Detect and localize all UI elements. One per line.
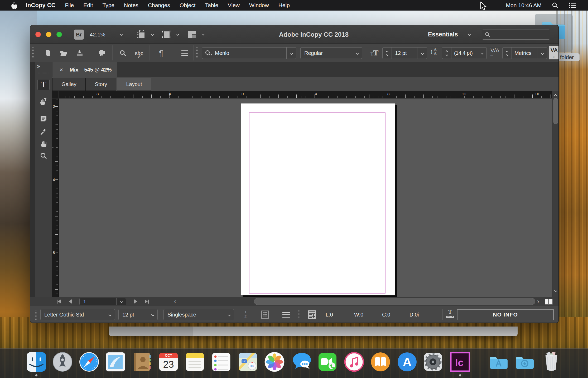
pasteboard[interactable] (59, 98, 552, 297)
bridge-button[interactable]: Br (74, 30, 84, 40)
dock-notes[interactable] (184, 351, 206, 373)
scroll-right-icon[interactable]: › (537, 298, 539, 305)
tracking-icon[interactable]: VA ↔ (549, 46, 559, 59)
dock-finder[interactable] (25, 351, 47, 373)
leading-stepper[interactable] (442, 51, 451, 56)
status-font-dropdown[interactable]: Letter Gothic Std (40, 309, 115, 320)
spread-view-icon[interactable] (543, 299, 554, 305)
document-tab[interactable]: ✕ Mix 545 @ 42% (52, 62, 117, 77)
kerning-field[interactable]: Metrics (502, 47, 547, 59)
tab-story[interactable]: Story (86, 78, 116, 91)
menu-item-view[interactable]: View (228, 2, 240, 8)
last-page-button[interactable] (145, 299, 149, 304)
font-family-chevron-icon[interactable] (287, 52, 296, 54)
drag-handle[interactable] (298, 310, 300, 320)
zoom-tool[interactable] (37, 150, 50, 162)
dock-contacts[interactable] (131, 351, 153, 373)
page-number-chevron-icon[interactable] (117, 300, 126, 303)
workspace-switcher[interactable]: Essentials (428, 25, 458, 44)
vertical-ruler[interactable]: 0 4 8 (52, 98, 59, 297)
zoom-window-button[interactable] (56, 32, 62, 37)
dock-applications-folder[interactable] (488, 351, 510, 373)
screen-mode-icon[interactable] (187, 30, 197, 39)
status-spacing-dropdown[interactable]: Singlespace (163, 309, 234, 320)
menu-item-notes[interactable]: Notes (124, 2, 138, 8)
story-list-toggle[interactable] (260, 310, 270, 320)
scroll-down-icon[interactable] (554, 289, 557, 292)
font-style-chevron-icon[interactable] (352, 52, 362, 54)
close-window-button[interactable] (35, 32, 41, 37)
eyedropper-tool[interactable] (37, 126, 50, 137)
menu-item-changes[interactable]: Changes (148, 2, 170, 8)
tab-galley[interactable]: Galley (52, 78, 86, 91)
hand-tool[interactable] (37, 138, 50, 149)
panel-drag-handle[interactable] (38, 72, 49, 74)
menu-item-file[interactable]: File (65, 2, 74, 8)
status-menu-button[interactable] (282, 312, 290, 318)
dock-app-store[interactable]: A (396, 351, 418, 373)
note-tool[interactable] (37, 113, 50, 124)
font-size-chevron-icon[interactable] (417, 52, 427, 54)
vertical-scrollbar[interactable] (552, 91, 559, 297)
frame-edges-icon[interactable] (162, 30, 172, 39)
dock-maps[interactable]: 280 3D (237, 351, 259, 373)
font-style-field[interactable]: Regular (300, 47, 362, 59)
next-page-button[interactable] (134, 299, 137, 304)
status-size-chevron-icon[interactable] (148, 314, 157, 316)
window-title-bar[interactable]: Br 42.1% Adobe InCopy CC 2018 Essentials (30, 25, 559, 44)
menu-item-table[interactable]: Table (205, 2, 218, 8)
view-options-icon[interactable] (137, 30, 147, 39)
search-input[interactable] (482, 30, 550, 40)
ruler-corner[interactable] (52, 91, 59, 98)
tab-layout[interactable]: Layout (117, 78, 151, 91)
menu-item-type[interactable]: Type (102, 2, 114, 8)
kerning-chevron-icon[interactable] (537, 52, 547, 54)
find-change-button[interactable] (118, 48, 128, 58)
kerning-stepper[interactable] (503, 51, 512, 56)
drag-handle[interactable] (32, 47, 34, 59)
dock-system-preferences[interactable] (422, 351, 444, 373)
toolbar-menu-button[interactable] (180, 48, 190, 58)
dock-calendar[interactable]: OCT 23 (157, 351, 180, 373)
leading-field[interactable]: (14.4 pt) (442, 47, 487, 59)
previous-page-button[interactable] (69, 299, 72, 304)
background-window-edge[interactable] (109, 327, 518, 336)
dock-itunes[interactable] (343, 351, 365, 373)
apple-menu-icon[interactable] (10, 1, 17, 9)
menu-item-edit[interactable]: Edit (83, 2, 93, 8)
show-hidden-characters-button[interactable]: ¶ (156, 48, 166, 58)
zoom-level-value[interactable]: 42.1% (90, 25, 105, 44)
dock-downloads-folder[interactable] (514, 351, 536, 373)
screen-mode-chevron-icon[interactable] (201, 33, 204, 36)
line-numbers-toggle[interactable]: 12 (243, 310, 252, 320)
frame-edges-chevron-icon[interactable] (176, 33, 179, 36)
dock-incopy[interactable]: Ic (449, 351, 471, 373)
expand-panel-button[interactable]: » (37, 63, 40, 70)
horizontal-scrollbar-thumb[interactable] (254, 298, 535, 305)
print-button[interactable] (97, 48, 107, 58)
zoom-level-chevron-icon[interactable] (120, 33, 123, 36)
notification-center-icon[interactable] (568, 2, 576, 8)
dock-safari[interactable] (78, 351, 100, 373)
save-button[interactable] (74, 48, 85, 58)
scroll-up-icon[interactable] (554, 94, 557, 97)
dock-messages[interactable] (291, 351, 313, 373)
font-family-field[interactable]: Menlo (202, 47, 296, 59)
dock-mail[interactable] (104, 351, 127, 373)
view-options-chevron-icon[interactable] (151, 33, 154, 36)
open-document-button[interactable] (58, 48, 69, 58)
font-size-stepper[interactable] (383, 51, 392, 56)
dock-launchpad[interactable] (51, 351, 74, 373)
document-page[interactable] (241, 103, 395, 295)
copyfit-info-icon[interactable] (307, 310, 317, 320)
leading-chevron-icon[interactable] (477, 52, 486, 54)
menu-clock[interactable]: Mon 10:46 AM (506, 2, 542, 8)
dock-trash[interactable] (540, 351, 562, 373)
horizontal-ruler[interactable]: 8 4 0 4 8 12 16 (59, 91, 552, 98)
menu-item-incopy[interactable]: InCopy CC (26, 2, 55, 9)
first-page-button[interactable] (57, 299, 61, 304)
spellcheck-button[interactable]: abc ✓ (134, 48, 144, 58)
status-spacing-chevron-icon[interactable] (224, 314, 234, 316)
drag-handle[interactable] (35, 310, 37, 320)
menu-item-window[interactable]: Window (249, 2, 269, 8)
